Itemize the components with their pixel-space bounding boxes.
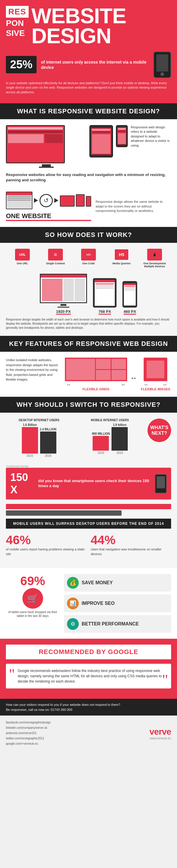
stats-row: DESKTOP INTERNET USERS 1.6 Billion 2015 … — [6, 418, 171, 459]
mobile-fill-2016 — [111, 427, 128, 451]
progress-bar-1 — [6, 504, 171, 509]
features-content: Unlike isolated mobile websites, respons… — [6, 358, 171, 391]
social-link-li[interactable]: linkedin.com/company/verve-uk — [6, 725, 51, 731]
content-label: Single Content — [46, 262, 65, 265]
col2 — [64, 279, 74, 301]
tablet-768 — [93, 278, 117, 308]
px-460-box: 460 PX — [122, 281, 137, 315]
tablet-device — [90, 125, 113, 157]
verve-block: verve www.verveuk.eu — [150, 727, 171, 740]
px-1920-box: 1920 PX — [40, 274, 87, 315]
img-expand-left: ↔ — [144, 382, 148, 388]
line1 — [7, 196, 31, 197]
basket-percent: 69% — [20, 574, 45, 588]
tc2 — [96, 285, 114, 287]
benefits-section: 69% 🛒 of tablet users have shopped via t… — [0, 568, 177, 639]
phone-stripe1 — [118, 128, 126, 130]
hero-section: RES PON SIVE WEBSITE DESIGN 25% of inter… — [0, 0, 177, 103]
contact-text: How can your visitors respond to you if … — [6, 702, 171, 712]
img-demo-inner — [147, 361, 164, 378]
what-desc-text: Responsive web design refers to a websit… — [131, 125, 171, 168]
benefits-list: 💰 SAVE MONEY 📊 IMPROVE SEO ⚙ BETTER PERF… — [64, 574, 171, 633]
code-label: One Code — [82, 262, 95, 265]
source-content — [6, 195, 32, 202]
features-visuals-block: ↔ ↔ FLEXIBLE GRIDS ↔ ↔ ↔ FLEXIBL — [65, 358, 171, 391]
devices-row: Responsive web design refers to a websit… — [6, 125, 171, 168]
basket-icon: 🛒 — [22, 588, 43, 609]
percent-46-block: 46% of mobile users report having proble… — [6, 533, 86, 556]
google-header: RECOMMENDED BY GOOGLE — [6, 645, 171, 659]
ph-content — [124, 285, 136, 306]
times-phone-screen — [157, 476, 165, 488]
screen-side-col — [45, 134, 63, 143]
why-section: DESKTOP INTERNET USERS 1.6 Billion 2015 … — [0, 413, 177, 568]
desktop-title: DESKTOP INTERNET USERS — [19, 418, 59, 422]
grid-cell-2 — [96, 359, 110, 369]
desktop-val-2015: 1.6 Billion — [23, 423, 37, 427]
grid-expand-row: ↔ ↔ — [65, 382, 127, 388]
pc3 — [125, 289, 135, 290]
dev-label: One DevelopmentMultiple Devices — [143, 262, 166, 268]
basket-block: 69% 🛒 of tablet users have shopped via t… — [6, 574, 59, 618]
desktop-fill-2015 — [22, 427, 38, 454]
url-icon-box: URL — [15, 249, 30, 260]
source-top-bar — [6, 192, 32, 195]
how-title: SO HOW DOES IT WORK? — [6, 231, 171, 239]
col1 — [42, 279, 62, 301]
mobile-bar-chart: 800 MILLION 2015 1.9 billion 2016 — [92, 423, 128, 455]
how-icon-media: H5 Media Queries — [105, 249, 138, 265]
times-number: 150 X — [10, 471, 34, 496]
mobile-stat-block: MOBILE INTERNET USERS 800 MILLION 2015 1… — [77, 418, 143, 456]
desktop-val-2016: 1.4 BILLION — [40, 428, 57, 431]
how-section: URL One URL ≡ Single Content </> One Cod… — [0, 243, 177, 336]
better-performance-icon: ⚙ — [67, 618, 79, 630]
comscore-text: *ComScore Survey — [6, 465, 171, 468]
phone-screen — [118, 127, 126, 145]
tablet-screen — [91, 128, 111, 155]
social-link-fb[interactable]: facebook.com/vervegraphicdesign — [6, 720, 51, 725]
code-icon-box: </> — [81, 249, 96, 260]
google-inner: RECOMMENDED BY GOOGLE " Google recommend… — [6, 645, 171, 688]
how-desc: Responsive design targets the width of e… — [6, 318, 171, 330]
features-text-block: Unlike isolated mobile websites, respons… — [6, 358, 59, 382]
social-link-tw[interactable]: twitter.com/vervegraphic2011 — [6, 736, 51, 741]
times-phone-icon — [155, 474, 167, 493]
desktop-bar-2016: 1.4 BILLION 2016 — [40, 428, 57, 457]
stripe1 — [8, 127, 63, 129]
source-screen — [6, 192, 32, 209]
mobile-bar-2015: 800 MILLION 2015 — [92, 432, 110, 455]
mobile-title: MOBILE INTERNET USERS — [91, 418, 129, 422]
how-icon-url: URL One URL — [6, 249, 39, 265]
desktop-fill-2016 — [40, 432, 56, 454]
mobile-fill-2015 — [93, 436, 109, 451]
mini-phone — [86, 196, 91, 207]
progress-section — [6, 504, 171, 516]
hero-title-line2: DESIGN — [31, 26, 126, 46]
social-link-pi[interactable]: pinterest.com/verve101 — [6, 731, 51, 736]
benefit-improve-seo: 📊 IMPROVE SEO — [64, 595, 171, 612]
what-section-header: WHAT IS RESPONSIVE WEBSITE DESIGN? — [0, 103, 177, 119]
mini-tablet — [76, 194, 85, 207]
hero-title-line1: WEBSITE — [31, 6, 126, 26]
flexible-grids-label: FLEXIBLE GRIDS — [83, 388, 109, 391]
grid-cell-3 — [111, 359, 126, 369]
phone-460 — [122, 281, 137, 308]
tab-content — [95, 282, 115, 306]
footer-social: facebook.com/vervegraphicdesign linkedin… — [6, 720, 51, 746]
sive-label: SIVE — [6, 28, 25, 38]
why-title: WHY SHOULD I SWITCH TO RESPONSIVE? — [6, 401, 171, 408]
hero-stat-row: 25% of internet users only access the in… — [6, 52, 171, 78]
hero-stat-text: of internet users only access the intern… — [41, 59, 149, 70]
basket-desc: of tablet users have shopped via their t… — [6, 610, 59, 618]
save-money-icon: 💰 — [67, 577, 79, 589]
one-website-section: ↺ ONE WEBSITE Responsive design allows t… — [0, 192, 177, 227]
social-link-gp[interactable]: google.com/+verveuk.eu — [6, 741, 51, 746]
times-text: did you know that smartphone users check… — [39, 478, 150, 489]
verve-logo: verve — [150, 727, 171, 737]
features-title: KEY FEATURES OF RESPONSIVE WEB DESIGN — [6, 340, 171, 348]
better-performance-label: BETTER PERFORMANCE — [82, 621, 139, 627]
px-sizes-row: 1920 PX 768 PX — [6, 274, 171, 315]
benefits-inner: 69% 🛒 of tablet users have shopped via t… — [6, 574, 171, 633]
hero-title-row: RES PON SIVE WEBSITE DESIGN — [6, 6, 171, 46]
phone-stripe2 — [118, 130, 126, 132]
